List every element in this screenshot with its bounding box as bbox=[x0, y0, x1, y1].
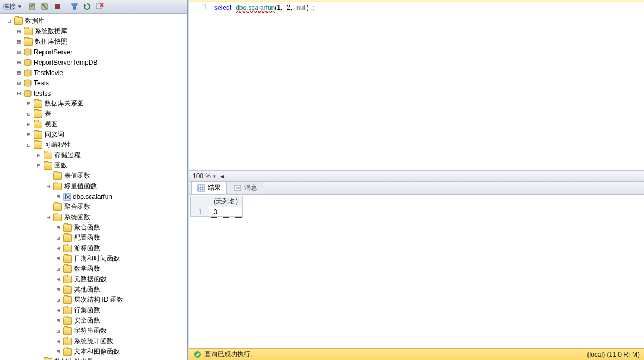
tree-item[interactable]: ⊞安全函数 bbox=[0, 315, 187, 326]
folder-icon bbox=[63, 317, 72, 325]
expand-toggle[interactable]: ⊟ bbox=[34, 162, 44, 169]
tree-item[interactable]: ⊞日期和时间函数 bbox=[0, 253, 187, 264]
expand-toggle[interactable]: ⊞ bbox=[53, 327, 63, 334]
tree-item[interactable]: ⊞字符串函数 bbox=[0, 326, 187, 336]
connect-label[interactable]: 连接 bbox=[3, 2, 16, 11]
tree-item[interactable]: ⊟函数 bbox=[0, 160, 187, 171]
connect-button[interactable] bbox=[27, 1, 38, 12]
sql-code[interactable]: select dbo.scalarfun(1, 2, null) ; bbox=[211, 2, 644, 170]
tree-item[interactable]: ⊞游标函数 bbox=[0, 243, 187, 253]
svg-rect-19 bbox=[234, 185, 241, 190]
expand-toggle[interactable]: ⊞ bbox=[53, 338, 63, 345]
tree-item[interactable]: ⊞同义词 bbox=[0, 129, 187, 140]
tree-item[interactable]: ⊞存储过程 bbox=[0, 150, 187, 160]
filter-button[interactable] bbox=[69, 1, 80, 12]
result-tabs: 结果 消息 bbox=[189, 182, 644, 195]
expand-toggle[interactable]: ⊞ bbox=[24, 131, 34, 138]
expand-toggle[interactable]: ⊞ bbox=[53, 317, 63, 324]
folder-icon bbox=[44, 152, 52, 159]
connect-dropdown-icon[interactable]: ▾ bbox=[18, 4, 21, 9]
expand-toggle[interactable]: ⊞ bbox=[53, 307, 63, 314]
expand-toggle[interactable]: ⊟ bbox=[44, 214, 53, 221]
expand-toggle[interactable]: ⊞ bbox=[53, 286, 63, 293]
grid-corner[interactable] bbox=[191, 196, 209, 207]
tree-item[interactable]: ⊞配置函数 bbox=[0, 233, 187, 243]
expand-toggle[interactable]: ⊞ bbox=[53, 265, 63, 272]
expand-toggle[interactable]: ⊞ bbox=[24, 121, 34, 128]
disconnect-button[interactable] bbox=[40, 1, 51, 12]
expand-toggle[interactable]: ⊞ bbox=[53, 255, 63, 262]
tree-item[interactable]: ⊞Tests bbox=[0, 78, 187, 88]
tree-item[interactable]: ⊞系统数据库 bbox=[0, 26, 187, 36]
object-tree[interactable]: ⊟数据库⊞系统数据库⊞数据库快照⊞ReportServer⊞ReportServ… bbox=[0, 14, 187, 360]
expand-toggle[interactable]: ⊞ bbox=[34, 152, 44, 159]
grid-cell[interactable]: 3 bbox=[209, 207, 243, 217]
tree-item[interactable]: ⊞数据库关系图 bbox=[0, 98, 187, 109]
expand-toggle[interactable]: ⊞ bbox=[53, 348, 63, 355]
expand-toggle[interactable]: ⊟ bbox=[14, 90, 24, 97]
tree-item[interactable]: ⊞元数据函数 bbox=[0, 274, 187, 284]
tree-item[interactable]: ⊞fxdbo.scalarfun bbox=[0, 191, 187, 202]
folder-icon bbox=[53, 183, 62, 190]
zoom-dropdown-icon[interactable]: ▾ bbox=[213, 173, 216, 179]
expand-toggle[interactable]: ⊞ bbox=[24, 100, 34, 107]
tree-item[interactable]: ⊞其他函数 bbox=[0, 284, 187, 295]
tree-item[interactable]: ⊟可编程性 bbox=[0, 140, 187, 150]
expand-toggle[interactable]: ⊞ bbox=[14, 28, 24, 35]
tree-item-label: 游标函数 bbox=[74, 244, 100, 253]
tree-item-label: 聚合函数 bbox=[74, 223, 100, 232]
tree-item[interactable]: 聚合函数 bbox=[0, 202, 187, 212]
tree-item[interactable]: ⊞聚合函数 bbox=[0, 222, 187, 233]
tree-item[interactable]: ⊟标量值函数 bbox=[0, 181, 187, 191]
results-grid[interactable]: (无列名) 1 3 bbox=[190, 196, 243, 217]
expand-toggle[interactable]: ⊞ bbox=[14, 38, 24, 45]
refresh-button[interactable] bbox=[82, 1, 92, 12]
tree-item[interactable]: ⊞层次结构 ID 函数 bbox=[0, 295, 187, 305]
expand-toggle[interactable]: ⊞ bbox=[14, 59, 24, 66]
expand-toggle[interactable]: ⊞ bbox=[14, 69, 24, 76]
expand-toggle[interactable]: ⊟ bbox=[4, 17, 14, 24]
expand-toggle[interactable]: ⊞ bbox=[53, 224, 63, 231]
tree-item[interactable]: ⊞表 bbox=[0, 109, 187, 119]
tab-results[interactable]: 结果 bbox=[191, 181, 227, 194]
zoom-value[interactable]: 100 % bbox=[193, 172, 211, 180]
expand-toggle[interactable]: ⊟ bbox=[24, 141, 34, 148]
expand-toggle[interactable]: ⊞ bbox=[14, 48, 24, 55]
tree-item[interactable]: ⊟数据库 bbox=[0, 16, 187, 26]
tree-item[interactable]: ⊟testss bbox=[0, 88, 187, 98]
tree-item[interactable]: ⊞ReportServer bbox=[0, 47, 187, 57]
grid-row-header[interactable]: 1 bbox=[191, 207, 209, 217]
tree-item[interactable]: ⊞行集函数 bbox=[0, 305, 187, 315]
expand-toggle[interactable]: ⊞ bbox=[53, 245, 63, 252]
settings-button[interactable] bbox=[94, 1, 105, 12]
tree-item[interactable]: 表值函数 bbox=[0, 171, 187, 181]
expand-toggle[interactable]: ⊞ bbox=[53, 234, 63, 241]
results-pane[interactable]: (无列名) 1 3 bbox=[189, 195, 644, 348]
expand-toggle[interactable]: ⊞ bbox=[53, 296, 63, 303]
tree-item[interactable]: ⊞系统统计函数 bbox=[0, 336, 187, 346]
folder-icon bbox=[63, 348, 72, 356]
sync-delete-icon bbox=[95, 2, 104, 11]
tab-messages[interactable]: 消息 bbox=[228, 181, 263, 194]
folder-icon bbox=[63, 255, 72, 263]
expand-toggle[interactable]: ⊟ bbox=[44, 183, 53, 190]
grid-col-header[interactable]: (无列名) bbox=[209, 196, 243, 207]
expand-toggle[interactable]: ⊞ bbox=[53, 276, 63, 283]
tree-item[interactable]: ⊞ReportServerTempDB bbox=[0, 57, 187, 67]
expand-toggle[interactable]: ⊞ bbox=[14, 79, 24, 86]
tree-item[interactable]: ⊞文本和图像函数 bbox=[0, 346, 187, 357]
expand-toggle[interactable]: ⊞ bbox=[53, 193, 63, 200]
folder-icon bbox=[34, 110, 42, 118]
tree-item-label: 其他函数 bbox=[74, 285, 100, 294]
tree-item[interactable]: ⊞数据库触发器 bbox=[0, 357, 187, 360]
sql-editor[interactable]: 1 select dbo.scalarfun(1, 2, null) ; bbox=[189, 2, 644, 171]
tree-item[interactable]: ⊞数据库快照 bbox=[0, 36, 187, 47]
folder-icon bbox=[53, 214, 62, 221]
tree-item[interactable]: ⊞TestMovie bbox=[0, 67, 187, 78]
tree-item[interactable]: ⊞视图 bbox=[0, 119, 187, 129]
expand-toggle[interactable]: ⊞ bbox=[24, 110, 34, 117]
tree-item[interactable]: ⊟系统函数 bbox=[0, 212, 187, 222]
tree-item[interactable]: ⊞数学函数 bbox=[0, 264, 187, 274]
stop-button[interactable] bbox=[52, 1, 63, 12]
zoom-expander-icon[interactable]: ◂ bbox=[220, 172, 224, 180]
